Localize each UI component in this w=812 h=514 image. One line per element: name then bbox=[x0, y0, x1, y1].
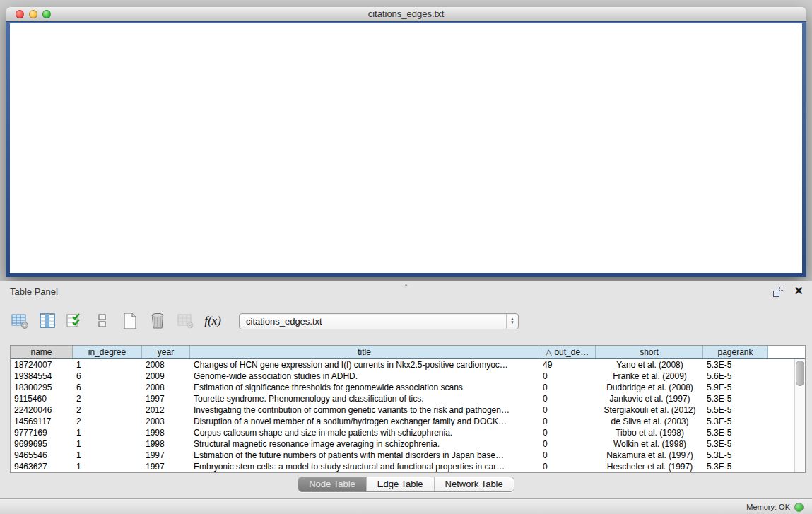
zoom-window-button[interactable] bbox=[42, 10, 51, 18]
cell-name: 9115460 bbox=[11, 393, 73, 404]
cell-pagerank: 5.3E-5 bbox=[703, 393, 768, 404]
close-panel-icon[interactable]: ✕ bbox=[794, 286, 804, 297]
tab-edge-table[interactable]: Edge Table bbox=[367, 477, 435, 491]
cell-name: 9463627 bbox=[11, 461, 73, 472]
column-header-year[interactable]: year bbox=[142, 346, 190, 358]
cell-in_degree: 1 bbox=[73, 438, 142, 450]
cell-title: Estimation of significance thresholds fo… bbox=[190, 382, 539, 393]
column-header-title[interactable]: title bbox=[190, 346, 539, 358]
status-bar: Memory: OK bbox=[0, 498, 812, 514]
cell-out_degree: 0 bbox=[539, 404, 596, 416]
table-settings-icon[interactable] bbox=[10, 311, 30, 331]
cell-in_degree: 1 bbox=[73, 461, 142, 472]
table-row[interactable]: 946362711997Embryonic stem cells: a mode… bbox=[11, 461, 805, 472]
cell-year: 2012 bbox=[142, 404, 190, 416]
create-table-icon[interactable] bbox=[120, 311, 140, 331]
table-row[interactable]: 2242004622012Investigating the contribut… bbox=[11, 404, 805, 416]
cell-short: Dudbridge et al. (2008) bbox=[596, 382, 703, 393]
cell-pagerank: 5.3E-5 bbox=[703, 427, 768, 438]
cell-in_degree: 1 bbox=[73, 359, 142, 370]
row-height-icon[interactable] bbox=[93, 311, 112, 331]
cell-short: Yano et al. (2008) bbox=[596, 359, 703, 370]
cell-in_degree: 2 bbox=[73, 393, 142, 404]
delete-table-icon[interactable] bbox=[175, 311, 195, 331]
cell-in_degree: 6 bbox=[73, 370, 142, 382]
table-panel-title: Table Panel bbox=[10, 281, 58, 303]
tab-network-table[interactable]: Network Table bbox=[435, 477, 514, 491]
cell-year: 1997 bbox=[142, 461, 190, 472]
cell-pagerank: 5.9E-5 bbox=[703, 382, 768, 393]
cell-title: Genome-wide association studies in ADHD. bbox=[190, 370, 539, 382]
cell-short: Tibbo et al. (1998) bbox=[596, 427, 703, 438]
network-canvas[interactable] bbox=[10, 23, 802, 273]
column-header-name[interactable]: name bbox=[11, 346, 73, 358]
cell-pagerank: 5.3E-5 bbox=[703, 450, 768, 461]
float-panel-icon[interactable] bbox=[773, 286, 784, 297]
cell-year: 1997 bbox=[142, 450, 190, 461]
table-selector-value: citations_edges.txt bbox=[246, 314, 322, 329]
table-header-row: namein_degreeyeartitle△ out_de…shortpage… bbox=[11, 346, 805, 359]
function-builder-icon[interactable]: f(x) bbox=[203, 311, 223, 331]
table-selector-dropdown[interactable]: citations_edges.txt ▲▼ bbox=[239, 313, 519, 329]
cell-year: 1997 bbox=[142, 393, 190, 404]
cell-short: Hescheler et al. (1997) bbox=[596, 461, 703, 472]
table-tabs-bar: Node TableEdge TableNetwork Table bbox=[0, 477, 812, 492]
cell-title: Tourette syndrome. Phenomenology and cla… bbox=[190, 393, 539, 404]
cell-out_degree: 0 bbox=[539, 370, 596, 382]
delete-rows-icon[interactable] bbox=[148, 311, 167, 331]
column-header-in_degree[interactable]: in_degree bbox=[73, 346, 142, 358]
cell-in_degree: 6 bbox=[73, 382, 142, 393]
cell-in_degree: 2 bbox=[73, 404, 142, 416]
table-row[interactable]: 1938455462009Genome-wide association stu… bbox=[11, 370, 805, 382]
cell-out_degree: 0 bbox=[539, 427, 596, 438]
cell-year: 2008 bbox=[142, 359, 190, 370]
table-panel: Table Panel ▴ ✕ f(x) citations_edges.txt… bbox=[0, 281, 812, 498]
cell-year: 2003 bbox=[142, 416, 190, 427]
column-header-out_degree[interactable]: △ out_de… bbox=[539, 346, 596, 358]
cell-name: 14569117 bbox=[11, 416, 73, 427]
cell-out_degree: 0 bbox=[539, 461, 596, 472]
cell-short: Jankovic et al. (1997) bbox=[596, 393, 703, 404]
cell-year: 2008 bbox=[142, 382, 190, 393]
minimize-window-button[interactable] bbox=[29, 10, 37, 18]
cell-title: Embryonic stem cells: a model to study s… bbox=[190, 461, 539, 472]
column-header-pagerank[interactable]: pagerank bbox=[703, 346, 768, 358]
cell-title: Disruption of a novel member of a sodium… bbox=[190, 416, 539, 427]
table-vertical-scrollbar[interactable] bbox=[794, 359, 805, 472]
cell-pagerank: 5.3E-5 bbox=[703, 416, 768, 427]
scrollbar-thumb[interactable] bbox=[796, 361, 804, 386]
cell-name: 9699695 bbox=[11, 438, 73, 450]
cell-pagerank: 5.5E-5 bbox=[703, 404, 768, 416]
cell-name: 19384554 bbox=[11, 370, 73, 382]
select-rows-icon[interactable] bbox=[65, 311, 85, 331]
cell-title: Investigating the contribution of common… bbox=[190, 404, 539, 416]
table-row[interactable]: 946554611997Estimation of the future num… bbox=[11, 450, 805, 461]
table-body: 1872400712008Changes of HCN gene express… bbox=[11, 359, 805, 472]
cell-out_degree: 0 bbox=[539, 393, 596, 404]
column-header-short[interactable]: short bbox=[596, 346, 703, 358]
cell-pagerank: 5.3E-5 bbox=[703, 438, 768, 450]
memory-status-icon[interactable] bbox=[794, 503, 804, 512]
cell-year: 1998 bbox=[142, 427, 190, 438]
table-row[interactable]: 1830029562008Estimation of significance … bbox=[11, 382, 805, 393]
window-title: citations_edges.txt bbox=[6, 7, 806, 21]
table-row[interactable]: 1456911722003Disruption of a novel membe… bbox=[11, 416, 805, 427]
cell-out_degree: 0 bbox=[539, 416, 596, 427]
cell-in_degree: 1 bbox=[73, 450, 142, 461]
cell-year: 2009 bbox=[142, 370, 190, 382]
close-window-button[interactable] bbox=[16, 10, 24, 18]
cell-name: 18300295 bbox=[11, 382, 73, 393]
tab-node-table[interactable]: Node Table bbox=[298, 477, 367, 491]
table-row[interactable]: 969969511998Structural magnetic resonanc… bbox=[11, 438, 805, 450]
table-toolbar: f(x) citations_edges.txt ▲▼ bbox=[10, 307, 802, 335]
window-titlebar[interactable]: citations_edges.txt bbox=[6, 7, 806, 21]
show-columns-icon[interactable] bbox=[37, 311, 57, 331]
table-row[interactable]: 1872400712008Changes of HCN gene express… bbox=[11, 359, 805, 370]
table-row[interactable]: 977716911998Corpus callosum shape and si… bbox=[11, 427, 805, 438]
cell-year: 1998 bbox=[142, 438, 190, 450]
cell-short: Stergiakouli et al. (2012) bbox=[596, 404, 703, 416]
cell-name: 9465546 bbox=[11, 450, 73, 461]
table-row[interactable]: 911546021997Tourette syndrome. Phenomeno… bbox=[11, 393, 805, 404]
panel-resize-grip[interactable]: ▴ bbox=[401, 282, 411, 287]
cell-name: 22420046 bbox=[11, 404, 73, 416]
